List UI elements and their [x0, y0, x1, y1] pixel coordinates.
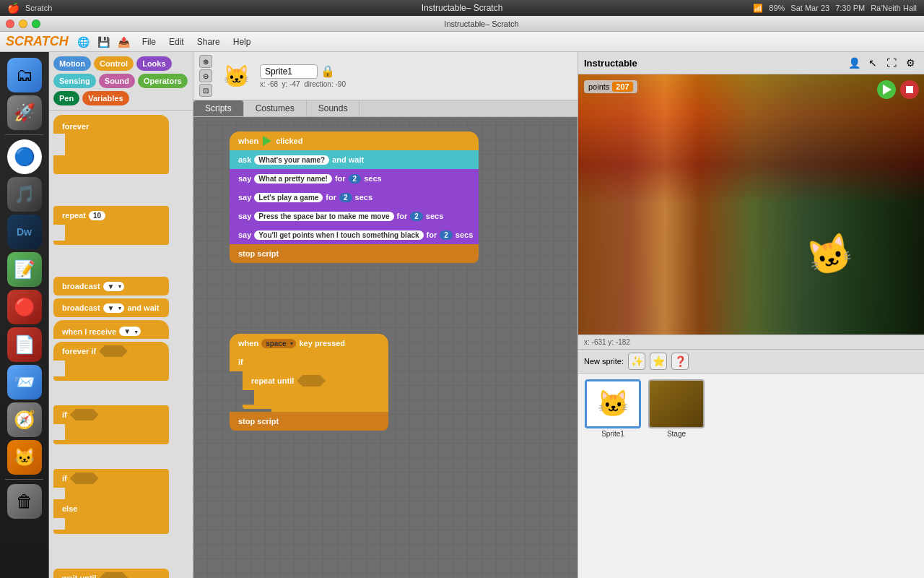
share-icon[interactable]: 📤 — [116, 34, 132, 50]
coord-display: x: -631 y: -182 — [584, 338, 630, 346]
script-panel: ⊕ ⊖ ⊡ 🐱 Sprite1 🔒 x: -68 y: -47 directio… — [193, 52, 578, 578]
block-stop-1[interactable]: stop script — [230, 244, 479, 263]
script-group-2: when space key pressed if repeat until — [230, 334, 388, 431]
stage-coords: x: -631 y: -182 — [578, 335, 924, 349]
stage-title: Instructable — [584, 58, 637, 69]
minimize-button[interactable] — [19, 20, 27, 28]
sprite-item-sprite1[interactable]: 🐱 Sprite1 — [584, 379, 642, 438]
list-item[interactable]: forever — [53, 115, 188, 174]
tab-scripts[interactable]: Scripts — [193, 100, 244, 116]
maximize-button[interactable] — [32, 20, 40, 28]
settings-icon[interactable]: ⚙ — [902, 55, 918, 71]
list-item[interactable]: wait until — [53, 569, 169, 578]
list-item[interactable]: broadcast ▼ — [53, 277, 169, 296]
sprite-coords: x: -68 y: -47 direction: -90 — [260, 80, 346, 88]
battery-status: 89% — [769, 4, 785, 12]
block-if[interactable]: if — [230, 353, 388, 371]
category-variables[interactable]: Variables — [82, 91, 128, 105]
scratch-content: Motion Control Looks Sensing Sound Opera… — [49, 52, 924, 578]
block-ask[interactable]: ask What's your name? and wait — [230, 150, 479, 169]
scratch-container: Motion Control Looks Sensing Sound Opera… — [49, 52, 924, 578]
list-item[interactable]: repeat 10 — [53, 206, 188, 245]
list-item[interactable]: when I receive ▼ — [53, 320, 169, 339]
script-area[interactable]: when clicked ask What's your name? and w… — [193, 117, 578, 578]
menu-file[interactable]: File — [136, 35, 162, 48]
dock: 🗂 🚀 🔵 🎵 Dw 📝 🔴 📄 📨 🧭 🐱 🗑 — [0, 52, 49, 578]
save-icon[interactable]: 💾 — [96, 34, 112, 50]
list-item[interactable]: if else — [53, 469, 188, 534]
datetime: Sat Mar 23 — [790, 4, 829, 12]
tab-costumes[interactable]: Costumes — [244, 100, 307, 116]
menu-bar: SCRATCH 🌐 💾 📤 File Edit Share Help — [0, 32, 924, 52]
dock-dreamweaver[interactable]: Dw — [7, 215, 42, 249]
block-repeat-until-wrap: repeat until — [243, 371, 388, 409]
sprite-name[interactable]: Sprite1 — [260, 64, 318, 79]
cursor-icon[interactable]: ↖ — [865, 55, 881, 71]
window-title-chrome: Instructable– Scratch — [45, 20, 918, 28]
zoom-out-button[interactable]: ⊖ — [199, 69, 212, 82]
new-sprite-magic[interactable]: ✨ — [628, 353, 645, 370]
menu-help[interactable]: Help — [227, 35, 257, 48]
category-control[interactable]: Control — [94, 56, 134, 71]
green-flag-button[interactable] — [877, 80, 896, 99]
category-operators[interactable]: Operators — [138, 74, 188, 88]
menu-edit[interactable]: Edit — [163, 35, 190, 48]
dock-chrome[interactable]: 🔵 — [7, 139, 42, 174]
person-icon[interactable]: 👤 — [846, 55, 862, 71]
block-when-space[interactable]: when space key pressed — [230, 334, 388, 353]
new-sprite-file[interactable]: ⭐ — [650, 353, 667, 370]
dock-trash[interactable]: 🗑 — [7, 484, 42, 519]
sprite-thumb-sprite1[interactable]: 🐱 — [585, 379, 641, 428]
wifi-icon: 📶 — [753, 4, 763, 13]
zoom-in-button[interactable]: ⊕ — [199, 55, 212, 68]
block-say-2[interactable]: say Let's play a game for 2 secs — [230, 188, 479, 207]
stage-panel: Instructable 👤 ↖ ⛶ ⚙ — [578, 52, 924, 578]
fullscreen-icon[interactable]: ⛶ — [884, 55, 899, 71]
category-looks[interactable]: Looks — [136, 56, 171, 71]
app-window: Instructable– Scratch SCRATCH 🌐 💾 📤 File… — [0, 16, 924, 578]
dock-path[interactable]: 🔴 — [7, 290, 42, 324]
fit-button[interactable]: ⊡ — [199, 84, 212, 97]
list-item[interactable]: if — [53, 405, 188, 444]
category-pen[interactable]: Pen — [53, 91, 79, 105]
dock-mail[interactable]: 📨 — [7, 365, 42, 400]
dock-finder[interactable]: 🗂 — [7, 58, 42, 92]
blocks-palette: Motion Control Looks Sensing Sound Opera… — [49, 52, 193, 578]
stage-thumb[interactable] — [648, 379, 705, 428]
sprite-item-stage[interactable]: Stage — [648, 379, 705, 438]
tab-sounds[interactable]: Sounds — [307, 100, 360, 116]
block-stop-2[interactable]: stop script — [230, 412, 388, 431]
stage-run-controls — [877, 80, 919, 99]
stop-button[interactable] — [900, 80, 919, 99]
blocks-list: forever repeat 10 — [49, 111, 193, 578]
dock-itunes[interactable]: 🎵 — [7, 177, 42, 212]
category-sound[interactable]: Sound — [99, 74, 135, 88]
block-say-3[interactable]: say Press the space bar to make me move … — [230, 207, 479, 225]
sprite-thumbnail: 🐱 — [218, 58, 254, 94]
block-repeat-until[interactable]: repeat until — [243, 371, 388, 390]
category-sensing[interactable]: Sensing — [53, 74, 96, 88]
stage-header: Instructable 👤 ↖ ⛶ ⚙ — [578, 52, 924, 74]
menu-share[interactable]: Share — [191, 35, 226, 48]
stage-background: points 207 — [578, 74, 924, 335]
dock-scratch-cat[interactable]: 🐱 — [7, 440, 42, 475]
globe-icon[interactable]: 🌐 — [76, 34, 92, 50]
category-buttons: Motion Control Looks Sensing Sound Opera… — [49, 52, 193, 111]
dock-safari[interactable]: 🧭 — [7, 402, 42, 437]
window-title: Instructable– Scratch — [422, 3, 503, 13]
tabs-bar: Scripts Costumes Sounds — [193, 100, 578, 117]
new-sprite-bar: New sprite: ✨ ⭐ ❓ — [578, 349, 924, 374]
block-say-4[interactable]: say You'll get points when I touch somet… — [230, 225, 479, 244]
dock-evernote[interactable]: 📝 — [7, 252, 42, 287]
dock-launchpad[interactable]: 🚀 — [7, 95, 42, 130]
list-item[interactable]: broadcast ▼ and wait — [53, 298, 169, 317]
block-say-1[interactable]: say What a pretty name! for 2 secs — [230, 169, 479, 188]
lock-icon: 🔒 — [321, 64, 335, 78]
close-button[interactable] — [6, 20, 14, 28]
category-motion[interactable]: Motion — [53, 56, 91, 71]
new-sprite-camera[interactable]: ❓ — [671, 353, 689, 370]
block-when-flag[interactable]: when clicked — [230, 131, 479, 150]
points-value: 207 — [612, 82, 632, 92]
dock-acrobat[interactable]: 📄 — [7, 327, 42, 362]
list-item[interactable]: forever if — [53, 342, 188, 381]
